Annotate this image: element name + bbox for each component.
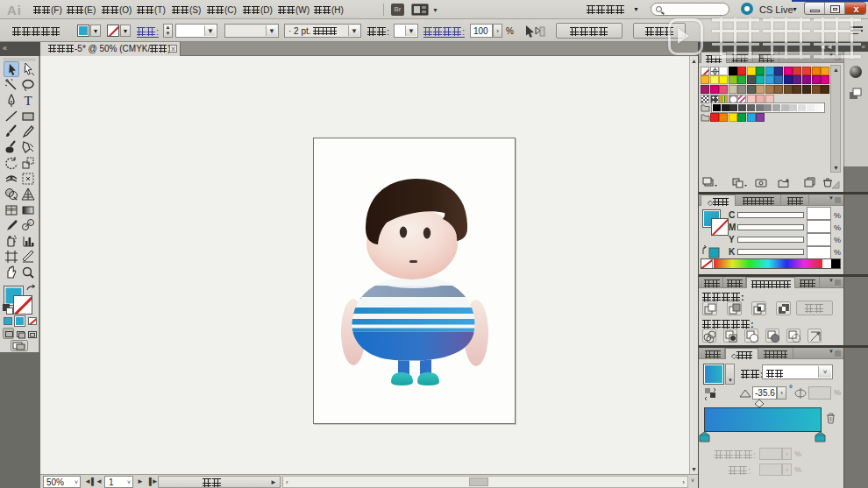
svg-text:T: T (24, 94, 32, 108)
